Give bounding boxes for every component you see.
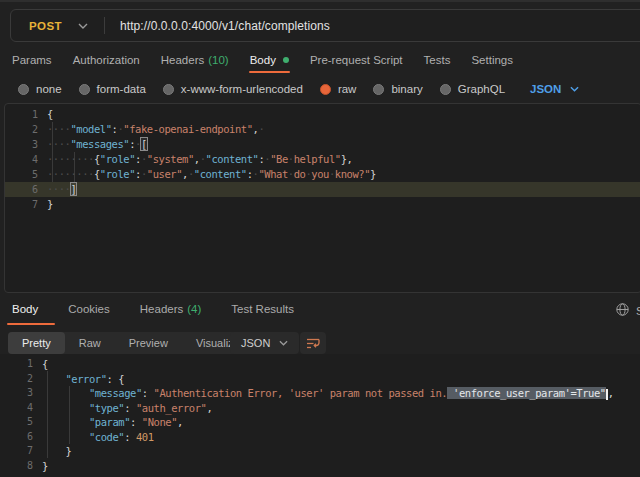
response-toolbar: Pretty Raw Preview Visualize JSON <box>8 332 640 354</box>
line-number: 6 <box>0 430 42 445</box>
radio-graphql[interactable]: GraphQL <box>440 83 505 95</box>
code-text: } <box>42 444 71 459</box>
response-language-select[interactable]: JSON <box>230 332 299 354</box>
code-line[interactable]: 7 } <box>0 444 640 459</box>
radio-selected-icon <box>320 84 331 95</box>
raw-language-select[interactable]: JSON <box>530 83 579 95</box>
line-number: 2 <box>0 372 42 387</box>
radio-x-www-form-urlencoded[interactable]: x-www-form-urlencoded <box>163 83 303 95</box>
headers-count-badge: (10) <box>208 54 228 66</box>
code-line[interactable]: 6····] <box>5 182 640 197</box>
code-line[interactable]: 5 "param": "None", <box>0 415 640 430</box>
radio-form-data[interactable]: form-data <box>79 83 146 95</box>
tab-settings[interactable]: Settings <box>471 47 513 73</box>
request-tabs: Params Authorization Headers(10) Body Pr… <box>12 47 513 73</box>
line-number: 1 <box>5 107 47 122</box>
line-number: 3 <box>5 137 47 152</box>
line-number: 7 <box>5 197 47 212</box>
code-text: ····] <box>47 182 76 197</box>
radio-binary[interactable]: binary <box>373 83 422 95</box>
radio-icon <box>79 84 90 95</box>
body-type-options: none form-data x-www-form-urlencoded raw… <box>18 78 579 100</box>
code-line[interactable]: 5········{"role":·"user",·"content":·"Wh… <box>5 167 640 182</box>
response-headers-count-badge: (4) <box>187 303 201 315</box>
code-line[interactable]: 4 "type": "auth_error", <box>0 401 640 416</box>
status-text-clipped: S <box>636 305 640 317</box>
view-pretty-button[interactable]: Pretty <box>8 332 65 354</box>
code-line[interactable]: 3 "message": "Authentication Error, 'use… <box>0 386 640 401</box>
radio-icon <box>163 84 174 95</box>
code-line[interactable]: 1{ <box>5 107 640 122</box>
code-line[interactable]: 2····"model":·"fake-openai-endpoint",· <box>5 122 640 137</box>
line-number: 8 <box>0 459 42 474</box>
method-selector[interactable]: POST <box>11 20 78 32</box>
code-text: "code": 401 <box>42 430 154 445</box>
line-number: 3 <box>0 386 42 401</box>
code-text: ········{"role":·"system",·"content":·"B… <box>47 152 352 167</box>
line-number: 2 <box>5 122 47 137</box>
code-line[interactable]: 8} <box>0 459 640 474</box>
code-line[interactable]: 3····"messages":·[ <box>5 137 640 152</box>
response-tab-cookies[interactable]: Cookies <box>68 303 110 325</box>
code-text: { <box>47 107 53 122</box>
code-line[interactable]: 7} <box>5 197 640 212</box>
tab-body[interactable]: Body <box>250 47 289 73</box>
view-preview-button[interactable]: Preview <box>115 332 182 354</box>
line-number: 4 <box>5 152 47 167</box>
chevron-down-icon <box>570 86 579 92</box>
chevron-down-icon <box>279 340 288 346</box>
url-input[interactable]: http://0.0.0.0:4000/v1/chat/completions <box>120 19 330 33</box>
code-text: "error": { <box>42 372 124 387</box>
request-body-editor[interactable]: 1{2····"model":·"fake-openai-endpoint",·… <box>4 103 640 293</box>
line-number: 1 <box>0 357 42 372</box>
tab-tests[interactable]: Tests <box>424 47 451 73</box>
request-url-bar: POST http://0.0.0.0:4000/v1/chat/complet… <box>10 9 640 42</box>
response-body-editor[interactable]: 1{2 "error": {3 "message": "Authenticati… <box>0 354 640 477</box>
code-text: "param": "None", <box>42 415 183 430</box>
tab-params[interactable]: Params <box>12 47 52 73</box>
line-number: 5 <box>0 415 42 430</box>
line-number: 7 <box>0 444 42 459</box>
code-text: ····"model":·"fake-openai-endpoint",· <box>47 122 264 137</box>
code-line[interactable]: 2 "error": { <box>0 372 640 387</box>
code-line[interactable]: 1{ <box>0 357 640 372</box>
wrap-text-icon <box>306 337 321 350</box>
radio-none[interactable]: none <box>18 83 62 95</box>
chevron-down-icon[interactable] <box>78 23 88 29</box>
radio-icon <box>440 84 451 95</box>
tab-authorization[interactable]: Authorization <box>73 47 140 73</box>
selected-text: 'enforce_user_param'=True" <box>447 387 606 399</box>
line-number: 4 <box>0 401 42 416</box>
line-number: 5 <box>5 167 47 182</box>
response-header: Body Cookies Headers(4) Test Results S <box>0 296 640 327</box>
code-line[interactable]: 4········{"role":·"system",·"content":·"… <box>5 152 640 167</box>
network-globe-icon[interactable] <box>616 302 629 320</box>
code-text: { <box>42 357 48 372</box>
code-text: ········{"role":·"user",·"content":·"Wha… <box>47 167 376 182</box>
response-tab-body[interactable]: Body <box>12 303 38 325</box>
tab-pre-request-script[interactable]: Pre-request Script <box>310 47 403 73</box>
divider <box>104 17 105 34</box>
view-mode-segmented-control: Pretty Raw Preview Visualize <box>8 332 254 354</box>
response-tab-headers[interactable]: Headers(4) <box>140 303 202 325</box>
radio-raw[interactable]: raw <box>320 83 357 95</box>
wrap-text-button[interactable] <box>300 332 326 354</box>
line-number: 6 <box>5 182 47 197</box>
code-text: "message": "Authentication Error, 'user'… <box>42 386 614 401</box>
code-text: "type": "auth_error", <box>42 401 212 416</box>
radio-icon <box>18 84 29 95</box>
code-line[interactable]: 6 "code": 401 <box>0 430 640 445</box>
response-tab-test-results[interactable]: Test Results <box>231 303 294 325</box>
code-text: ····"messages":·[ <box>47 137 147 152</box>
view-raw-button[interactable]: Raw <box>65 332 115 354</box>
code-text: } <box>42 459 48 474</box>
body-modified-dot <box>283 57 289 63</box>
radio-icon <box>373 84 384 95</box>
tab-headers[interactable]: Headers(10) <box>161 47 229 73</box>
code-text: } <box>47 197 53 212</box>
